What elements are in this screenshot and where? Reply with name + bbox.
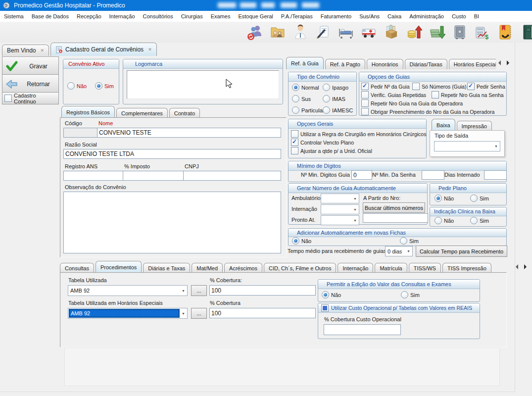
radio[interactable] (323, 95, 330, 102)
tabela-especiais-combo[interactable]: AMB 92▼ (68, 308, 188, 319)
radio[interactable] (323, 106, 330, 114)
checkbox[interactable] (361, 83, 369, 90)
radio[interactable] (292, 95, 299, 102)
chk-pedir-senha[interactable]: Pedir Senha (467, 83, 505, 90)
tab-bem-vindo[interactable]: Bem Vindo ✕ (2, 45, 49, 56)
tipo-iamesc[interactable]: IAMESC (323, 106, 353, 114)
chk-so-numeros[interactable]: Só Números (Guia) (412, 83, 466, 90)
indicacao-sim[interactable]: Sim (470, 217, 489, 224)
tempo-medio-combo[interactable]: 0 dias▼ (385, 246, 413, 256)
menu-consultorios[interactable]: Consultórios (139, 11, 177, 22)
radio[interactable] (435, 195, 442, 202)
scroll-left-icon[interactable] (498, 60, 501, 65)
menu-cirurgias[interactable]: Cirurgias (177, 11, 207, 22)
revenue-up-icon[interactable] (405, 23, 423, 41)
tab-internacao-sub[interactable]: Internação (338, 263, 373, 273)
tab-cid-chs-filme[interactable]: CID, Ch´s, Filme e Outros (264, 263, 337, 273)
checkbox[interactable] (412, 83, 420, 90)
menu-pa-terapias[interactable]: P.A./Terapias (277, 11, 317, 22)
tab-cadastro-convenios[interactable]: Cadastro Geral de Convênios ✕ (50, 43, 157, 56)
sync-users-icon[interactable] (246, 23, 264, 41)
tipo-ipasgo[interactable]: Ipasgo (323, 84, 348, 91)
radio[interactable] (323, 84, 330, 91)
menu-sus-ans[interactable]: Sus/Ans (355, 11, 384, 22)
ledger-book-icon[interactable] (519, 23, 532, 41)
chk-regra-cirurgiao[interactable]: Utilizar a Regra do Cirurgião em Honorár… (291, 130, 426, 138)
radio[interactable] (470, 217, 478, 224)
menu-caixa[interactable]: Caixa (384, 11, 405, 22)
adicionar-nao[interactable]: Não (292, 237, 311, 245)
permitir-nao[interactable]: Não (322, 291, 341, 298)
tab-mat-med[interactable]: Mat/Med (192, 263, 223, 273)
tab-procedimentos[interactable]: Procedimentos (96, 261, 142, 273)
radio[interactable] (322, 291, 329, 298)
chk-ajustar-qtde[interactable]: Ajustar a qtde p/ a Unid. Oficial (291, 147, 372, 154)
dias-internado-field[interactable] (484, 170, 507, 180)
menu-estoque-geral[interactable]: Estoque Geral (234, 11, 277, 22)
chk-controlar-vencto[interactable]: Controlar Vencto Plano (291, 139, 354, 146)
observacoes-field[interactable] (63, 192, 281, 253)
cnpj-field[interactable] (183, 171, 281, 181)
close-icon[interactable]: ✕ (148, 47, 152, 52)
tipo-particular[interactable]: Particular (292, 106, 324, 114)
tab-diarias-e-taxas[interactable]: Diárias e Taxas (143, 263, 190, 273)
chk-verific-guias[interactable]: Verific. Guias Repetidas (361, 91, 426, 99)
tab-matricula[interactable]: Matrícula (375, 263, 407, 273)
checkbox[interactable] (291, 139, 298, 146)
browse-tabela-button[interactable]: ... (191, 285, 207, 296)
radio[interactable] (401, 291, 408, 298)
cobertura1-field[interactable]: 100 (209, 285, 316, 296)
tab-ref-pagto[interactable]: Ref. à Pagto (325, 59, 365, 69)
scroll-left-icon[interactable] (516, 264, 518, 269)
chk-obrigar-preenchimento[interactable]: Obrigar Preenchimento do Nro da Guia na … (361, 108, 494, 115)
tipo-imas[interactable]: IMAS (323, 95, 345, 102)
nome-field[interactable]: CONVENIO TESTE (97, 128, 281, 138)
ambulance-icon[interactable] (360, 23, 378, 41)
radio[interactable] (470, 195, 478, 202)
menu-exames[interactable]: Exames (207, 11, 235, 22)
cadastro-continuo-checkbox[interactable] (4, 95, 12, 102)
radio[interactable] (292, 84, 299, 91)
checkbox[interactable] (361, 108, 369, 115)
tab-registros-basicos[interactable]: Registros Básicos (61, 106, 115, 118)
menu-faturamento[interactable]: Faturamento (317, 11, 355, 22)
cobertura-custo-field[interactable] (324, 324, 401, 335)
radio[interactable] (400, 237, 407, 245)
stock-supplies-icon[interactable] (383, 23, 400, 41)
scroll-right-icon[interactable] (524, 264, 527, 269)
registro-ans-field[interactable] (63, 171, 125, 181)
tab-diarias-taxas[interactable]: Diárias/Taxas (405, 59, 447, 69)
tab-baixa[interactable]: Baixa (432, 119, 455, 131)
convenio-ativo-nao[interactable]: Não (67, 82, 87, 90)
checkbox[interactable] (291, 147, 298, 154)
chk-pedir-numero-guia[interactable]: Pedir Nº da Guia (361, 83, 410, 90)
tipo-saida-combo[interactable]: ▼ (434, 141, 500, 151)
chk-repetir-guia-operadora[interactable]: Repetir Nro Guia na Guia da Operadora (361, 99, 463, 107)
custo-operacional-checkbox[interactable] (321, 304, 329, 312)
radio-sim[interactable] (95, 82, 102, 90)
min-digitos-guia-field[interactable]: 0 (351, 170, 372, 180)
retornar-button[interactable]: Retornar (2, 74, 59, 94)
imposto-field[interactable] (123, 171, 185, 181)
menu-administracao[interactable]: Administração (405, 11, 448, 22)
buscar-ultimos-numeros-button[interactable]: Buscar últimos números (363, 202, 425, 213)
checkbox[interactable] (361, 91, 369, 99)
phone-directory-icon[interactable] (496, 23, 514, 41)
hospital-bed-icon[interactable] (337, 23, 355, 41)
pronto-at-combo[interactable]: ▼ (321, 215, 359, 225)
radio[interactable] (292, 106, 299, 114)
internacao-combo[interactable]: ▼ (321, 204, 359, 214)
menu-custo[interactable]: Custo (448, 11, 470, 22)
convenio-ativo-sim[interactable]: Sim (95, 82, 114, 90)
tab-ref-guia[interactable]: Ref. à Guia (286, 57, 324, 69)
browse-tabela-especiais-button[interactable]: ... (191, 308, 207, 319)
a-partir-nro-field[interactable] (363, 213, 428, 223)
menu-base-de-dados[interactable]: Base de Dados (28, 11, 73, 22)
logomarca-image-box[interactable] (127, 70, 279, 99)
menu-internacao[interactable]: Internação (105, 11, 139, 22)
checkbox[interactable] (467, 83, 475, 90)
close-icon[interactable]: ✕ (40, 48, 44, 53)
tab-contrato[interactable]: Contrato (169, 108, 200, 118)
min-senha-field[interactable] (422, 170, 444, 180)
tab-horarios-especiais[interactable]: Horários Especiais (449, 59, 496, 69)
